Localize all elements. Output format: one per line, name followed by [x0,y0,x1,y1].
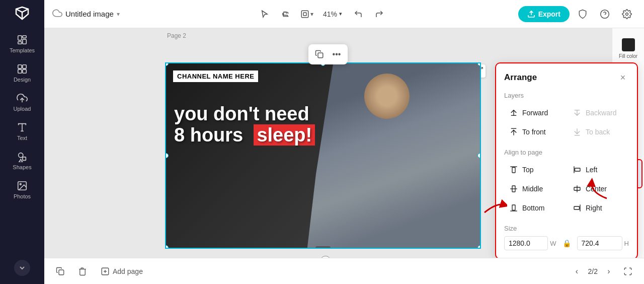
height-input-wrap: H [577,236,629,250]
redo-button[interactable] [370,5,388,23]
rotate-handle[interactable] [320,256,331,258]
forward-button[interactable]: Forward [504,104,566,121]
align-middle-label: Middle [522,185,543,193]
zoom-value: 41% [323,10,337,18]
to-front-button[interactable]: To front [504,123,566,140]
topbar-right: Export [518,5,636,23]
frame-tool-button[interactable]: ▾ [298,5,316,23]
svg-rect-40 [574,206,580,209]
align-top-button[interactable]: Top [504,161,566,178]
title-dropdown-icon[interactable]: ▾ [117,11,120,18]
topbar: Untitled image ▾ ▾ [44,0,644,28]
handle-middle-right[interactable] [477,153,481,158]
to-front-label: To front [522,128,546,136]
svg-rect-4 [18,42,22,44]
align-bottom-button[interactable]: Bottom [504,199,566,217]
duplicate-float-button[interactable] [311,46,328,62]
fill-color-item[interactable]: Fill color [614,34,642,63]
handle-bottom-middle[interactable] [315,246,331,249]
add-page-label: Add page [113,267,143,275]
sidebar-item-text[interactable]: Text [3,118,41,145]
sidebar-item-photos-label: Photos [14,193,31,199]
text-line2: 8 hours sleep! [174,125,315,146]
handle-bottom-left[interactable] [165,245,169,249]
arrange-header: Arrange × [504,72,629,84]
arrange-close-button[interactable]: × [617,72,629,84]
canvas-frame[interactable]: CHANNEL NAME HERE you don't need 8 hours… [165,62,481,249]
svg-rect-44 [59,270,64,275]
align-middle-button[interactable]: Middle [504,180,566,197]
layers-section-label: Layers [504,92,629,99]
next-page-button[interactable]: › [602,264,616,278]
sidebar-item-text-label: Text [17,135,27,141]
svg-rect-5 [18,65,22,68]
align-top-label: Top [522,166,534,174]
sidebar-item-shapes[interactable]: Shapes [3,147,41,174]
size-inputs-row: W 🔒 H [504,236,629,250]
text-line1: you don't need [174,104,315,125]
title-area: Untitled image ▾ [52,8,120,20]
zoom-selector[interactable]: 41% ▾ [319,8,346,20]
workspace: Page 2 CHANNEL NAME HERE you don't need [44,28,644,258]
copy-page-button[interactable] [52,263,68,279]
center-toolbar: ▾ 41% ▾ [256,5,388,23]
sidebar-item-upload-label: Upload [14,106,31,112]
main-canvas-text: you don't need 8 hours sleep! [174,104,315,146]
svg-rect-30 [512,168,515,173]
delete-page-button[interactable] [74,263,91,279]
svg-rect-32 [575,168,581,171]
sidebar-item-design[interactable]: Design [3,59,41,87]
to-back-button[interactable]: To back [568,123,629,140]
hand-tool-button[interactable] [277,5,295,23]
select-tool-button[interactable] [256,5,274,23]
fill-color-label: Fill color [619,53,637,59]
width-input[interactable] [504,236,548,250]
svg-rect-1 [18,36,22,40]
arrange-panel: Arrange × Layers Forward Ba [495,62,638,258]
layers-controls: Forward Backward To front [504,104,629,140]
svg-rect-23 [318,53,323,58]
size-section: Size W 🔒 H [504,225,629,250]
person-head [364,74,410,119]
more-options-button[interactable]: ••• [329,46,345,62]
svg-rect-3 [23,39,26,44]
sidebar-item-shapes-label: Shapes [13,164,31,170]
height-input[interactable] [577,236,622,250]
red-arrow-arrange [586,177,610,203]
svg-rect-11 [23,157,26,160]
align-left-button[interactable]: Left [568,161,629,178]
export-label: Export [538,10,560,18]
handle-top-right[interactable] [477,62,481,66]
add-page-button[interactable]: Add page [97,264,147,279]
handle-bottom-right[interactable] [477,245,481,249]
document-title: Untitled image [65,10,114,18]
undo-button[interactable] [349,5,367,23]
logo[interactable] [13,4,31,22]
cloud-icon [52,8,62,20]
sidebar-item-photos[interactable]: Photos [3,176,41,203]
full-screen-button[interactable] [620,263,636,279]
align-bottom-label: Bottom [522,204,544,212]
sidebar-item-upload[interactable]: Upload [3,89,41,116]
height-unit: H [624,240,629,247]
to-back-label: To back [586,128,610,136]
shield-button[interactable] [574,5,592,23]
bottom-right: ‹ 2/2 › [570,263,636,279]
svg-rect-8 [23,69,26,73]
svg-rect-6 [23,65,26,68]
red-arrow-indicator-left [482,192,507,220]
sidebar-item-templates-label: Templates [10,47,35,53]
settings-button[interactable] [618,5,636,23]
export-button[interactable]: Export [518,6,570,22]
page-indicator: 2/2 [588,267,598,275]
sidebar-collapse-button[interactable] [14,260,30,276]
svg-rect-2 [23,36,26,38]
sidebar-item-templates[interactable]: Templates [3,30,41,57]
width-unit: W [550,240,556,247]
svg-point-20 [625,13,628,15]
width-input-wrap: W [504,236,556,250]
prev-page-button[interactable]: ‹ [570,264,584,278]
help-button[interactable] [596,5,614,23]
align-controls: Top Left Middle [504,161,629,217]
backward-button[interactable]: Backward [568,104,629,121]
